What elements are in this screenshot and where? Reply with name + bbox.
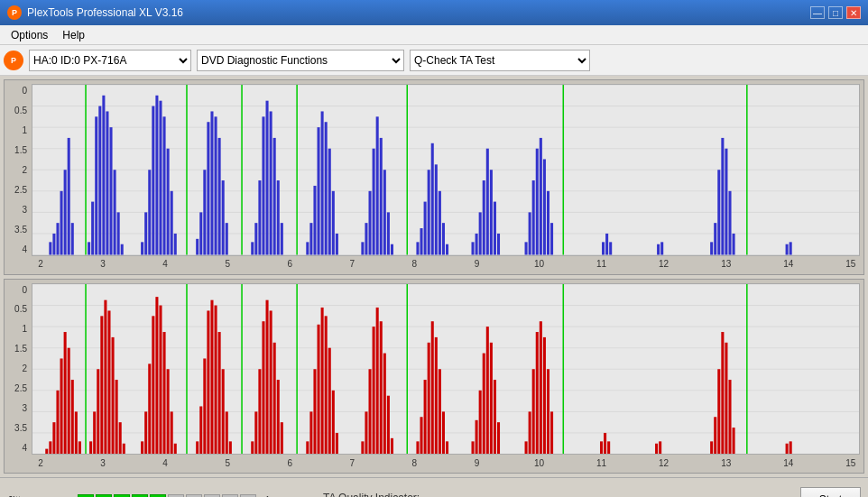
svg-rect-33 [163,116,166,254]
svg-rect-19 [95,116,97,254]
svg-rect-81 [431,143,434,255]
svg-rect-39 [199,212,202,254]
svg-rect-176 [273,342,276,454]
test-dropdown[interactable]: Q-Check TA Test [410,50,590,71]
svg-rect-208 [471,441,474,454]
device-dropdown[interactable]: HA:0 ID:0 PX-716A [29,50,191,71]
svg-rect-190 [365,411,367,454]
svg-rect-160 [199,406,202,454]
top-chart-svg [32,85,859,255]
top-chart-area [32,84,860,256]
svg-rect-239 [790,441,792,454]
svg-rect-58 [306,242,309,254]
toolbar: P HA:0 ID:0 PX-716A DVD Diagnostic Funct… [0,45,868,76]
svg-rect-216 [525,441,528,454]
svg-rect-18 [91,202,94,255]
svg-rect-94 [525,242,528,254]
right-controls: Start i [800,482,861,497]
start-button[interactable]: Start [800,487,861,497]
jitter-seg-6 [168,494,184,498]
svg-rect-40 [203,170,206,254]
svg-rect-167 [226,411,228,454]
svg-rect-49 [254,223,257,254]
svg-rect-63 [325,122,328,254]
svg-rect-226 [604,432,606,454]
svg-rect-90 [486,149,489,255]
svg-rect-52 [266,101,269,255]
svg-rect-203 [431,321,434,454]
svg-rect-68 [365,223,367,254]
svg-rect-204 [435,336,438,454]
svg-rect-148 [141,441,143,454]
svg-rect-53 [270,111,272,254]
svg-rect-101 [550,223,553,254]
svg-rect-215 [497,422,500,454]
svg-rect-206 [442,411,445,454]
svg-rect-111 [721,138,724,255]
svg-rect-9 [49,242,51,254]
svg-rect-60 [313,186,316,255]
svg-rect-183 [318,324,320,454]
minimize-button[interactable]: — [810,6,825,19]
svg-rect-99 [543,159,546,254]
svg-rect-35 [171,191,173,255]
svg-rect-133 [68,347,70,454]
svg-rect-150 [148,364,151,454]
svg-rect-186 [328,347,331,454]
close-button[interactable]: ✕ [846,6,861,19]
svg-rect-152 [155,297,158,454]
svg-rect-177 [277,380,280,454]
svg-rect-77 [416,242,419,254]
svg-rect-154 [163,332,166,454]
svg-rect-17 [88,242,90,254]
jitter-seg-3 [114,494,130,498]
svg-rect-194 [380,321,383,454]
svg-rect-182 [313,369,316,454]
svg-rect-209 [476,419,478,454]
function-dropdown[interactable]: DVD Diagnostic Functions [197,50,404,71]
info-bar: Jitter: 4 Peak Shift: [0,477,868,497]
svg-rect-15 [71,223,74,254]
svg-rect-141 [100,316,103,454]
svg-rect-112 [725,149,727,255]
jitter-seg-5 [150,494,166,498]
svg-rect-146 [119,422,122,454]
svg-rect-207 [446,441,448,454]
svg-rect-110 [717,170,720,254]
menubar: Options Help [0,25,868,45]
svg-rect-199 [416,441,419,454]
svg-rect-45 [222,180,225,254]
svg-rect-70 [373,149,375,255]
svg-rect-85 [446,244,448,255]
svg-rect-238 [786,443,789,454]
svg-rect-113 [728,191,731,255]
menu-help[interactable]: Help [55,27,92,43]
svg-rect-147 [123,443,125,454]
svg-rect-89 [483,180,485,254]
svg-rect-55 [277,180,280,254]
svg-rect-212 [486,327,489,454]
svg-rect-103 [602,242,605,254]
svg-rect-181 [309,411,312,454]
svg-rect-72 [380,138,383,255]
svg-rect-149 [144,411,147,454]
svg-rect-153 [159,305,162,454]
svg-rect-93 [497,234,500,255]
svg-rect-232 [717,369,720,454]
svg-rect-61 [318,127,320,254]
svg-rect-233 [721,332,724,454]
svg-rect-157 [174,443,177,454]
svg-rect-144 [112,336,115,454]
svg-rect-31 [155,96,158,255]
svg-rect-91 [490,170,493,254]
svg-rect-229 [659,441,661,454]
svg-rect-67 [361,242,364,254]
svg-rect-20 [98,106,101,255]
svg-rect-197 [391,437,393,454]
titlebar-left: P PlexTools Professional XL V3.16 [7,5,183,20]
top-chart-y-axis: 4 3.5 3 2.5 2 1.5 1 0.5 0 [5,84,30,256]
svg-rect-220 [540,321,542,454]
maximize-button[interactable]: □ [828,6,843,19]
svg-rect-28 [144,212,147,254]
menu-options[interactable]: Options [4,27,55,43]
